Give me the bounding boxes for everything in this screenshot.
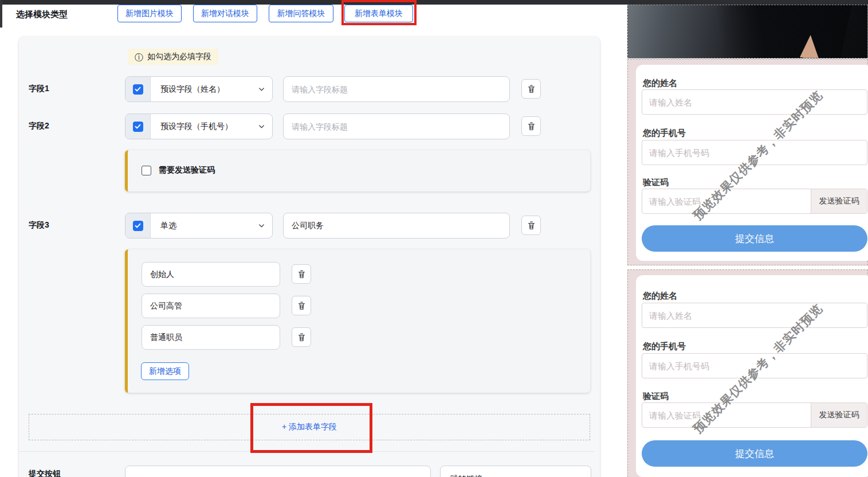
preview-image-shape (689, 5, 853, 58)
trash-icon (527, 122, 536, 131)
check-icon (134, 123, 142, 130)
preview-form-module-1[interactable]: 您的姓名 您的手机号 验证码 发送验证码 提交信息 预览效果仅供参考，非实时预览 (627, 59, 868, 265)
preview-name-input[interactable] (642, 303, 867, 328)
field3-type-value: 单选 (160, 221, 176, 231)
field2-type-value: 预设字段（手机号） (160, 122, 233, 132)
add-dialog-module-button[interactable]: 新增对话模块 (193, 5, 257, 22)
field1-type-value: 预设字段（姓名） (160, 84, 225, 95)
preview-form-card: 您的姓名 您的手机号 验证码 发送验证码 提交信息 (636, 65, 868, 261)
field2-required-cell (125, 114, 151, 139)
field2-delete-button[interactable] (521, 116, 541, 136)
chevron-down-icon (258, 222, 265, 229)
left-window-edge (0, 0, 2, 28)
field1-type-select[interactable]: 预设字段（姓名） (151, 77, 272, 101)
field1-required-cell (125, 77, 151, 101)
preview-panel: 您的姓名 您的手机号 验证码 发送验证码 提交信息 预览效果仅供参考，非实时预览… (627, 5, 868, 477)
field2-required-checkbox[interactable] (133, 122, 143, 132)
chevron-down-icon (258, 123, 265, 130)
field3-required-cell (125, 213, 151, 238)
preview-phone-label: 您的手机号 (643, 128, 686, 139)
field3-title-input[interactable] (283, 213, 510, 238)
field2-type-group: 预设字段（手机号） (125, 114, 273, 139)
preview-code-row: 发送验证码 (642, 189, 867, 214)
preview-code-row: 发送验证码 (642, 402, 867, 428)
field1-delete-button[interactable] (521, 79, 541, 99)
option3-delete-button[interactable] (292, 327, 311, 347)
field2-label: 字段2 (29, 121, 49, 131)
add-qa-module-button[interactable]: 新增问答模块 (269, 5, 333, 22)
option1-delete-button[interactable] (292, 264, 311, 284)
jump-link-value: 跳转链接 (450, 474, 482, 477)
field3-type-select[interactable]: 单选 (151, 213, 272, 238)
option2-input[interactable] (142, 294, 280, 318)
field3-required-checkbox[interactable] (133, 221, 143, 231)
add-form-field-button[interactable]: + 添加表单字段 (29, 414, 590, 440)
preview-code-input[interactable] (642, 403, 811, 427)
trash-icon (297, 269, 307, 279)
preview-name-input[interactable] (642, 89, 867, 115)
sms-option-checkbox[interactable] (142, 166, 151, 175)
module-type-label: 选择模块类型 (16, 9, 68, 20)
preview-phone-input[interactable] (642, 140, 867, 165)
top-window-edge (0, 0, 868, 5)
preview-form-card: 您的姓名 您的手机号 验证码 发送验证码 提交信息 (636, 275, 868, 477)
preview-send-code-button[interactable]: 发送验证码 (811, 189, 867, 213)
field1-required-checkbox[interactable] (133, 84, 143, 95)
form-builder-card: ⓘ 如勾选为必填字段 字段1 预设字段（姓名） 字段2 (19, 37, 600, 477)
option2-delete-button[interactable] (292, 296, 311, 315)
field1-title-input[interactable] (283, 76, 510, 102)
add-form-module-button[interactable]: 新增表单模块 (344, 5, 413, 22)
option3-input[interactable] (142, 325, 280, 350)
field2-title-input[interactable] (283, 114, 510, 139)
preview-code-label: 验证码 (643, 177, 669, 188)
preview-form-module-2[interactable]: 您的姓名 您的手机号 验证码 发送验证码 提交信息 预览效果仅供参考，非实时预览 (627, 269, 868, 477)
preview-code-label: 验证码 (643, 391, 669, 402)
field1-label: 字段1 (29, 84, 49, 94)
field1-type-group: 预设字段（姓名） (125, 76, 273, 102)
field3-delete-button[interactable] (521, 216, 541, 235)
trash-icon (297, 301, 307, 311)
required-field-note-text: 如勾选为必填字段 (147, 52, 211, 62)
check-icon (134, 85, 142, 93)
required-field-note: ⓘ 如勾选为必填字段 (128, 49, 218, 65)
preview-submit-button[interactable]: 提交信息 (642, 440, 867, 467)
sms-option-panel: 需要发送验证码 (125, 150, 590, 191)
chevron-down-icon (258, 85, 265, 93)
preview-submit-button[interactable]: 提交信息 (642, 225, 867, 252)
preview-name-label: 您的姓名 (643, 78, 677, 89)
trash-icon (527, 84, 536, 94)
field3-label: 字段3 (29, 220, 49, 230)
submit-button-label: 提交按钮 (29, 469, 61, 477)
field3-type-group: 单选 (125, 213, 273, 238)
preview-code-input[interactable] (642, 189, 811, 213)
check-icon (134, 222, 142, 229)
trash-icon (527, 221, 536, 230)
field2-type-select[interactable]: 预设字段（手机号） (151, 114, 272, 139)
info-icon: ⓘ (135, 53, 143, 61)
preview-send-code-button[interactable]: 发送验证码 (811, 403, 867, 427)
option1-input[interactable] (142, 262, 280, 287)
preview-phone-label: 您的手机号 (643, 341, 686, 352)
sms-option-row: 需要发送验证码 (142, 165, 215, 175)
submit-text-input[interactable] (125, 466, 431, 477)
jump-link-select[interactable]: 跳转链接 (440, 466, 591, 477)
sms-option-label: 需要发送验证码 (159, 165, 215, 175)
preview-image-module[interactable] (627, 5, 868, 58)
add-image-module-button[interactable]: 新增图片模块 (117, 5, 182, 22)
divider (19, 451, 594, 452)
trash-icon (297, 333, 307, 342)
page: 选择模块类型 新增图片模块 新增对话模块 新增问答模块 新增表单模块 ⓘ 如勾选… (0, 0, 868, 477)
preview-name-label: 您的姓名 (643, 291, 677, 302)
add-option-button[interactable]: 新增选项 (141, 362, 189, 380)
radio-options-panel: 新增选项 (125, 249, 590, 393)
preview-phone-input[interactable] (642, 353, 867, 378)
